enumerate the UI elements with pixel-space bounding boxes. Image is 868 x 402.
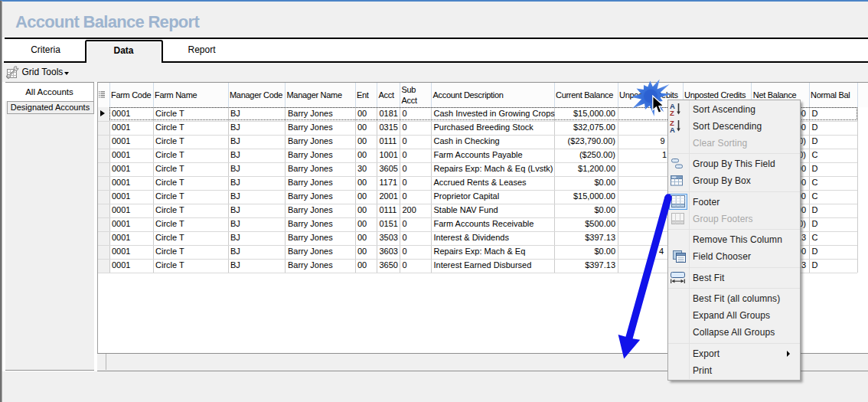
svg-text:Z: Z [670,109,674,116]
svg-text:A: A [670,126,675,133]
